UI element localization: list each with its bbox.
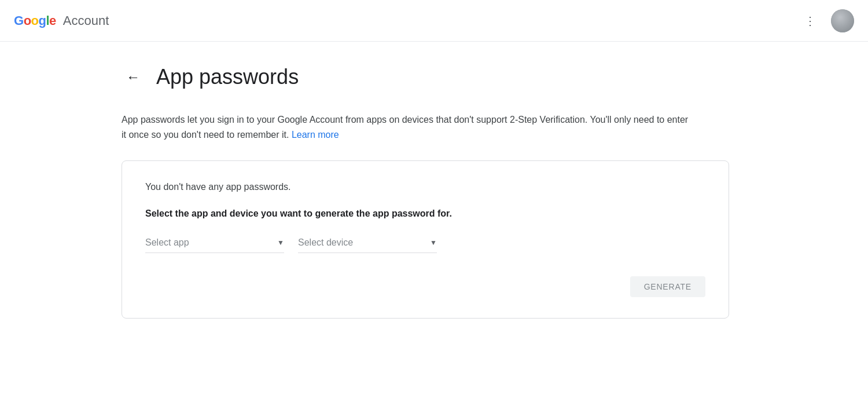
description: App passwords let you sign in to your Go… — [122, 112, 689, 142]
learn-more-link[interactable]: Learn more — [292, 130, 339, 140]
header: Google Account ⋮ — [0, 0, 868, 42]
app-passwords-card: You don't have any app passwords. Select… — [122, 160, 729, 319]
select-app-label: Select app — [145, 237, 273, 248]
dropdowns-row: Select app ▼ Select device ▼ — [145, 237, 705, 253]
select-device-chevron-icon: ▼ — [430, 239, 437, 247]
page-header: ← App passwords — [122, 65, 746, 89]
select-app-dropdown[interactable]: Select app ▼ — [145, 237, 284, 253]
google-logo: Google — [14, 13, 56, 28]
back-button[interactable]: ← — [122, 65, 145, 89]
header-title: Account — [63, 13, 109, 28]
logo-letter-o1: o — [24, 13, 31, 28]
logo-letter-e: e — [49, 13, 56, 28]
avatar-circle — [831, 9, 854, 32]
select-device-label: Select device — [298, 237, 425, 248]
header-right: ⋮ — [799, 9, 854, 32]
select-instruction-text: Select the app and device you want to ge… — [145, 209, 705, 219]
generate-row: GENERATE — [145, 276, 705, 297]
back-arrow-icon: ← — [126, 70, 140, 84]
more-options-icon[interactable]: ⋮ — [799, 9, 822, 32]
logo-letter-o2: o — [31, 13, 39, 28]
select-device-dropdown[interactable]: Select device ▼ — [298, 237, 437, 253]
generate-button[interactable]: GENERATE — [630, 276, 705, 297]
page-title: App passwords — [156, 65, 299, 89]
select-app-chevron-icon: ▼ — [277, 239, 284, 247]
logo-letter-g2: g — [39, 13, 46, 28]
avatar[interactable] — [831, 9, 854, 32]
header-left: Google Account — [14, 13, 109, 28]
description-text: App passwords let you sign in to your Go… — [122, 115, 688, 140]
no-passwords-text: You don't have any app passwords. — [145, 182, 705, 192]
logo-letter-g: G — [14, 13, 24, 28]
main-content: ← App passwords App passwords let you si… — [87, 42, 781, 342]
